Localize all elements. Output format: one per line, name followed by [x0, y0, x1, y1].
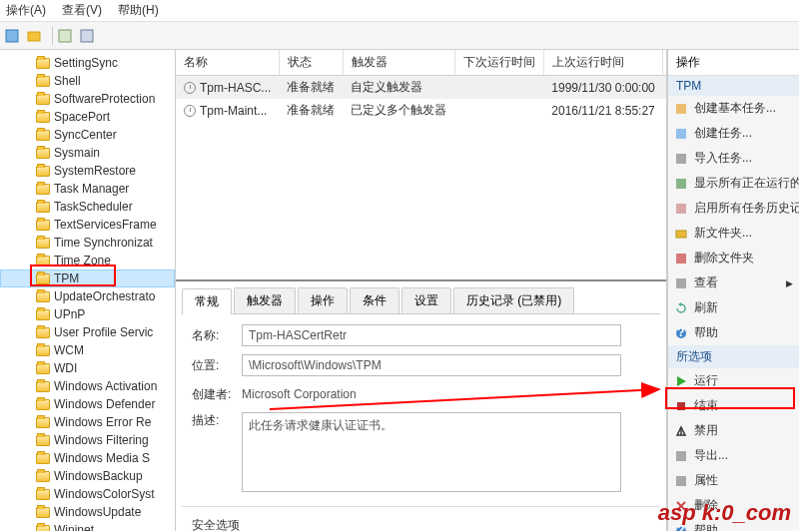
tree-item-label: Shell: [54, 74, 81, 88]
action--[interactable]: 运行: [668, 368, 799, 393]
col-name[interactable]: 名称: [176, 50, 279, 76]
delete-icon: [674, 252, 688, 266]
tree-item-windows-error-re[interactable]: Windows Error Re: [0, 413, 175, 431]
menu-help[interactable]: 帮助(H): [118, 2, 159, 19]
action-label: 禁用: [694, 422, 718, 439]
folder-icon: [36, 238, 50, 249]
svg-rect-2: [59, 30, 71, 42]
tab-conditions[interactable]: 条件: [350, 287, 400, 313]
folder-icon: [674, 227, 688, 241]
help-icon: ?: [674, 326, 688, 340]
folder-icon: [36, 256, 50, 266]
tree-item-systemrestore[interactable]: SystemRestore: [0, 162, 175, 180]
svg-rect-16: [677, 402, 685, 410]
action--[interactable]: 查看▶: [668, 270, 799, 295]
tree-item-label: Windows Activation: [54, 379, 157, 393]
svg-rect-9: [676, 231, 686, 238]
action--[interactable]: 结束: [668, 393, 799, 418]
tree-item-spaceport[interactable]: SpacePort: [0, 108, 175, 126]
folder-icon: [36, 525, 50, 532]
tree-item-time-zone[interactable]: Time Zone: [0, 252, 175, 269]
actions-section-selected: 所选项: [668, 345, 799, 368]
name-field[interactable]: [242, 324, 621, 346]
action--[interactable]: 删除: [668, 493, 799, 518]
tree-item-time-synchronizat[interactable]: Time Synchronizat: [0, 234, 175, 252]
action--[interactable]: 导入任务...: [668, 146, 799, 171]
menu-op[interactable]: 操作(A): [6, 2, 46, 19]
tree-item-label: SyncCenter: [54, 128, 117, 142]
desc-field[interactable]: [242, 412, 621, 492]
tree-item-windows-filtering[interactable]: Windows Filtering: [0, 431, 175, 449]
action--[interactable]: 显示所有正在运行的: [668, 171, 799, 196]
tree-item-windowsupdate[interactable]: WindowsUpdate: [0, 503, 175, 521]
tree-item-wdi[interactable]: WDI: [0, 359, 175, 377]
task-icon: [184, 105, 196, 117]
action--[interactable]: ?帮助: [668, 320, 799, 345]
tree-item-wcm[interactable]: WCM: [0, 341, 175, 359]
location-field: [242, 354, 621, 376]
tab-triggers[interactable]: 触发器: [234, 287, 296, 313]
col-status[interactable]: 状态: [279, 50, 343, 76]
tree-item-softwareprotection[interactable]: SoftwareProtection: [0, 90, 175, 108]
col-nextrun[interactable]: 下次运行时间: [454, 50, 543, 76]
tree-pane[interactable]: SettingSyncShellSoftwareProtectionSpaceP…: [0, 50, 176, 531]
tree-item-label: TextServicesFrame: [54, 218, 157, 232]
tree-item-synccenter[interactable]: SyncCenter: [0, 126, 175, 144]
action--[interactable]: ?帮助: [668, 518, 799, 531]
refresh-icon[interactable]: [57, 28, 73, 44]
toolbar: [0, 22, 799, 50]
tree-item-tpm[interactable]: TPM: [0, 269, 175, 287]
col-lastrun[interactable]: 上次运行时间: [543, 50, 662, 76]
svg-marker-12: [678, 302, 681, 306]
task-row[interactable]: Tpm-HASC...准备就绪自定义触发器1999/11/30 0:00:00任…: [176, 76, 666, 100]
tree-item-label: Sysmain: [54, 146, 100, 160]
name-label: 名称:: [192, 327, 242, 344]
tree-item-wininet[interactable]: Wininet: [0, 521, 175, 531]
action-label: 创建任务...: [694, 125, 752, 142]
tree-item-textservicesframe[interactable]: TextServicesFrame: [0, 216, 175, 234]
tree-item-shell[interactable]: Shell: [0, 72, 175, 90]
action--[interactable]: 删除文件夹: [668, 246, 799, 270]
tab-general[interactable]: 常规: [182, 288, 232, 314]
action-label: 运行: [694, 372, 718, 389]
col-lastres[interactable]: 上次: [663, 50, 666, 76]
folder-icon[interactable]: [26, 28, 42, 44]
tree-item-task-manager[interactable]: Task Manager: [0, 180, 175, 198]
folder-icon: [36, 507, 50, 518]
task-row[interactable]: Tpm-Maint...准备就绪已定义多个触发器2016/11/21 8:55:…: [176, 99, 666, 122]
tab-actions[interactable]: 操作: [298, 287, 348, 313]
tab-settings[interactable]: 设置: [401, 287, 451, 313]
tree-item-windows-media-s[interactable]: Windows Media S: [0, 449, 175, 467]
tree-item-label: User Profile Servic: [54, 325, 153, 339]
action--[interactable]: 刷新: [668, 295, 799, 320]
action--[interactable]: 创建任务...: [668, 121, 799, 146]
action--[interactable]: 创建基本任务...: [668, 96, 799, 121]
tree-item-windowscolorsyst[interactable]: WindowsColorSyst: [0, 485, 175, 503]
tree-item-sysmain[interactable]: Sysmain: [0, 144, 175, 162]
action--[interactable]: 启用所有任务历史记: [668, 196, 799, 221]
menu-view[interactable]: 查看(V): [62, 2, 102, 19]
tree-item-settingsync[interactable]: SettingSync: [0, 54, 175, 72]
help-icon[interactable]: [79, 28, 95, 44]
folder-icon: [36, 130, 50, 141]
col-trigger[interactable]: 触发器: [343, 50, 454, 76]
task-icon: [674, 127, 688, 141]
wizard-icon: [674, 102, 688, 116]
tree-item-label: Task Manager: [54, 182, 129, 196]
tab-history[interactable]: 历史记录 (已禁用): [453, 287, 574, 313]
back-icon[interactable]: [4, 28, 20, 44]
folder-icon: [36, 417, 50, 428]
tree-item-windows-defender[interactable]: Windows Defender: [0, 395, 175, 413]
action--[interactable]: 禁用: [668, 418, 799, 443]
actions-header: 操作: [668, 50, 799, 76]
task-list[interactable]: 名称 状态 触发器 下次运行时间 上次运行时间 上次 Tpm-HASC...准备…: [176, 50, 666, 281]
tree-item-taskscheduler[interactable]: TaskScheduler: [0, 198, 175, 216]
action--[interactable]: 导出...: [668, 443, 799, 468]
tree-item-windows-activation[interactable]: Windows Activation: [0, 377, 175, 395]
tree-item-windowsbackup[interactable]: WindowsBackup: [0, 467, 175, 485]
tree-item-upnp[interactable]: UPnP: [0, 305, 175, 323]
tree-item-user-profile-servic[interactable]: User Profile Servic: [0, 323, 175, 341]
tree-item-updateorchestrato[interactable]: UpdateOrchestrato: [0, 287, 175, 305]
action--[interactable]: 属性: [668, 468, 799, 493]
action--[interactable]: 新文件夹...: [668, 221, 799, 246]
